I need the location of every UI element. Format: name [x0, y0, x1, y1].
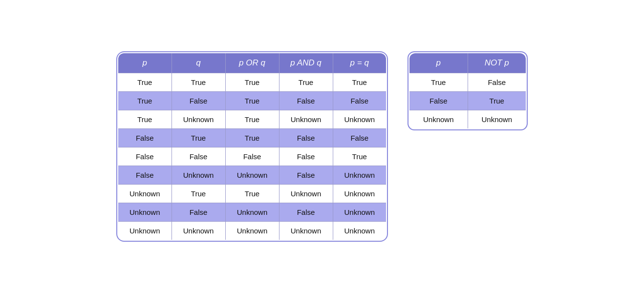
- main-cell-1-3: False: [279, 92, 333, 110]
- main-cell-2-3: Unknown: [279, 110, 333, 129]
- main-table-wrapper: pqp OR qp AND qp = q TrueTrueTrueTrueTru…: [116, 51, 388, 242]
- table-row: FalseUnknownUnknownFalseUnknown: [118, 166, 386, 185]
- small-cell-2-1: Unknown: [468, 110, 526, 129]
- main-cell-2-0: True: [118, 110, 172, 129]
- table-row: FalseTrueTrueFalseFalse: [118, 129, 386, 147]
- main-cell-1-2: True: [225, 92, 279, 110]
- table-row: UnknownUnknownUnknownUnknownUnknown: [118, 222, 386, 241]
- table-row: UnknownFalseUnknownFalseUnknown: [118, 203, 386, 222]
- small-header-col-0: p: [409, 53, 468, 73]
- main-cell-3-0: False: [118, 129, 172, 147]
- main-cell-7-4: Unknown: [333, 203, 386, 222]
- page-container: pqp OR qp AND qp = q TrueTrueTrueTrueTru…: [102, 37, 542, 256]
- table-row: TrueFalse: [409, 73, 526, 92]
- small-truth-table: pNOT p TrueFalseFalseTrueUnknownUnknown: [408, 52, 527, 129]
- main-cell-1-1: False: [172, 92, 225, 110]
- main-cell-3-2: True: [225, 129, 279, 147]
- main-cell-2-2: True: [225, 110, 279, 129]
- table-row: FalseFalseFalseFalseTrue: [118, 147, 386, 166]
- table-row: UnknownTrueTrueUnknownUnknown: [118, 185, 386, 203]
- main-cell-5-2: Unknown: [225, 166, 279, 185]
- main-cell-6-4: Unknown: [333, 185, 386, 203]
- main-table-header-row: pqp OR qp AND qp = q: [118, 53, 386, 73]
- main-cell-7-3: False: [279, 203, 333, 222]
- main-cell-4-0: False: [118, 147, 172, 166]
- small-cell-0-0: True: [409, 73, 468, 92]
- table-row: TrueFalseTrueFalseFalse: [118, 92, 386, 110]
- main-cell-1-4: False: [333, 92, 386, 110]
- main-cell-2-1: Unknown: [172, 110, 225, 129]
- main-cell-4-4: True: [333, 147, 386, 166]
- table-row: UnknownUnknown: [409, 110, 526, 129]
- main-cell-7-2: Unknown: [225, 203, 279, 222]
- main-header-col-3: p AND q: [279, 53, 333, 73]
- main-cell-6-3: Unknown: [279, 185, 333, 203]
- main-cell-3-3: False: [279, 129, 333, 147]
- main-cell-5-1: Unknown: [172, 166, 225, 185]
- main-header-col-2: p OR q: [225, 53, 279, 73]
- main-cell-4-3: False: [279, 147, 333, 166]
- main-truth-table: pqp OR qp AND qp = q TrueTrueTrueTrueTru…: [117, 52, 387, 241]
- main-cell-7-1: False: [172, 203, 225, 222]
- main-cell-8-4: Unknown: [333, 222, 386, 241]
- table-row: FalseTrue: [409, 92, 526, 110]
- small-cell-1-0: False: [409, 92, 468, 110]
- main-cell-5-3: False: [279, 166, 333, 185]
- main-cell-0-3: True: [279, 73, 333, 92]
- small-cell-0-1: False: [468, 73, 526, 92]
- main-cell-4-2: False: [225, 147, 279, 166]
- main-cell-6-2: True: [225, 185, 279, 203]
- main-cell-0-0: True: [118, 73, 172, 92]
- table-row: TrueUnknownTrueUnknownUnknown: [118, 110, 386, 129]
- main-cell-0-4: True: [333, 73, 386, 92]
- main-header-col-0: p: [118, 53, 172, 73]
- small-cell-2-0: Unknown: [409, 110, 468, 129]
- small-cell-1-1: True: [468, 92, 526, 110]
- main-cell-8-2: Unknown: [225, 222, 279, 241]
- main-cell-5-4: Unknown: [333, 166, 386, 185]
- small-table-header-row: pNOT p: [409, 53, 526, 73]
- main-cell-6-0: Unknown: [118, 185, 172, 203]
- main-cell-0-1: True: [172, 73, 225, 92]
- main-cell-8-3: Unknown: [279, 222, 333, 241]
- small-table-wrapper: pNOT p TrueFalseFalseTrueUnknownUnknown: [408, 51, 528, 130]
- main-cell-3-1: True: [172, 129, 225, 147]
- table-row: TrueTrueTrueTrueTrue: [118, 73, 386, 92]
- main-cell-6-1: True: [172, 185, 225, 203]
- main-cell-8-0: Unknown: [118, 222, 172, 241]
- main-cell-5-0: False: [118, 166, 172, 185]
- main-cell-2-4: Unknown: [333, 110, 386, 129]
- main-cell-4-1: False: [172, 147, 225, 166]
- main-cell-3-4: False: [333, 129, 386, 147]
- main-header-col-1: q: [172, 53, 225, 73]
- main-cell-8-1: Unknown: [172, 222, 225, 241]
- main-header-col-4: p = q: [333, 53, 386, 73]
- main-cell-1-0: True: [118, 92, 172, 110]
- small-header-col-1: NOT p: [468, 53, 526, 73]
- main-cell-0-2: True: [225, 73, 279, 92]
- main-cell-7-0: Unknown: [118, 203, 172, 222]
